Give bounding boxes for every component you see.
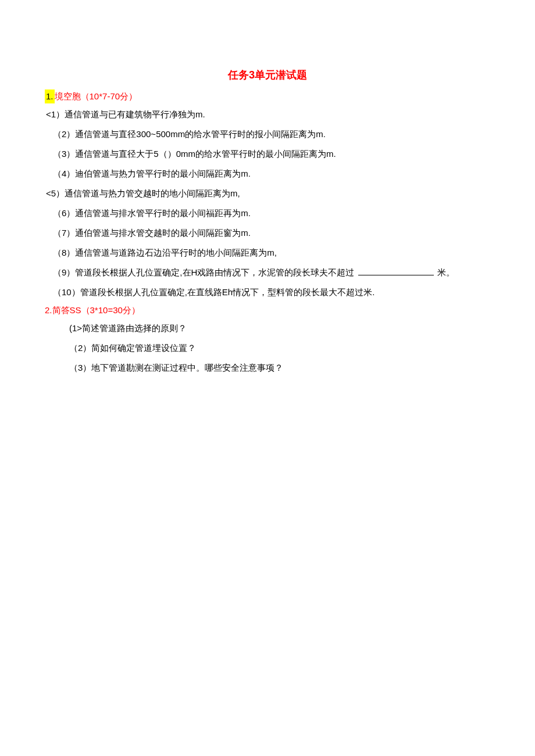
section-1-header: 1. 境空胞（10*7-70分）: [45, 89, 490, 103]
question-2: （2）通信管道与直径300~500mm的给水管平行时的报小间隔距离为m.: [45, 126, 490, 143]
question-9-post: 米。: [437, 267, 455, 277]
question-4: （4）迪伯管道与热力管平行时的最小间隔距离为m.: [45, 165, 490, 182]
short-answer-3: （3）地下管道勘测在测证过程中。哪些安全注意事项？: [45, 359, 490, 377]
short-answer-1: (1>简述管道路由选择的原则？: [45, 320, 490, 337]
question-5: <5）通信管道与热力管交越时的地小间隔距离为m,: [45, 185, 490, 202]
question-3: （3）通信管道与直径大于5（）0mm的给水管平行时的最小间隔距离为m.: [45, 145, 490, 163]
question-8: （8）通信管道与道路边石边沿平行时的地小间隔距离为m,: [45, 244, 490, 261]
question-1: <1）通信管道与已有建筑物平行净独为m.: [45, 106, 490, 123]
question-6: （6）通信管道与排水管平行时的最小间福距再为m.: [45, 205, 490, 222]
blank-line: [358, 275, 434, 275]
question-7: （7）通伯管道与排水管交越时的最小间隔距窗为m.: [45, 224, 490, 242]
question-9-pre: （9）管道段长根据人孔位置确定,在H戏路由情况下，水泥管的段长球夫不超过: [53, 267, 354, 277]
section-2-header: 2. 简答SS（3*10=30分）: [45, 303, 490, 317]
section-1-label: 境空胞（10*7-70分）: [55, 89, 138, 103]
short-answer-2: （2）简如何确定管道埋设位置？: [45, 339, 490, 357]
section-1-number: 1.: [45, 89, 55, 103]
question-10: （10）管道段长根据人孔位置确定,在直线路Eh情况下，型料管的段长最大不超过米.: [45, 284, 490, 301]
section-2-number: 2.: [45, 303, 52, 317]
section-2-label: 简答SS（3*10=30分）: [52, 303, 140, 317]
document-title: 任务3单元潜试题: [45, 67, 490, 84]
question-9: （9）管道段长根据人孔位置确定,在H戏路由情况下，水泥管的段长球夫不超过 米。: [45, 264, 490, 281]
